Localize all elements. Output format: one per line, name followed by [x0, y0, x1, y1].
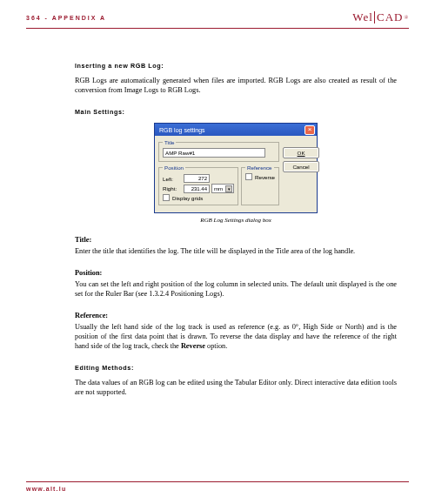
- chevron-down-icon: ▾: [225, 185, 232, 192]
- reverse-checkbox[interactable]: Reverse: [245, 173, 275, 180]
- position-group-label: Position: [163, 165, 185, 171]
- title-heading: Title:: [75, 236, 397, 244]
- position-paragraph: You can set the left and right position …: [75, 280, 397, 299]
- right-input[interactable]: [184, 185, 210, 193]
- checkbox-icon: [163, 194, 170, 201]
- reference-group-label: Reference: [245, 165, 274, 171]
- left-input[interactable]: [184, 174, 210, 183]
- title-input[interactable]: [163, 148, 265, 158]
- editing-methods-title: Editing Methods:: [75, 364, 397, 372]
- dialog-title: RGB log settings: [159, 127, 205, 133]
- brand-logo: Wel CAD ®: [352, 10, 409, 24]
- dialog-caption: RGB Log Settings dialog box: [200, 217, 271, 224]
- left-label: Left:: [163, 176, 182, 182]
- display-grids-checkbox[interactable]: Display grids: [163, 194, 234, 201]
- ok-button[interactable]: OK: [283, 147, 319, 158]
- cancel-button[interactable]: Cancel: [283, 161, 319, 172]
- position-heading: Position:: [75, 269, 397, 277]
- right-label: Right:: [163, 185, 182, 192]
- checkbox-icon: [245, 173, 252, 180]
- footer-rule: [26, 481, 409, 482]
- dialog-titlebar: RGB log settings ×: [155, 124, 317, 136]
- title-group: Title: [158, 139, 279, 162]
- close-icon[interactable]: ×: [304, 125, 315, 135]
- rgb-settings-dialog: RGB log settings × Title Position Left:: [154, 123, 318, 213]
- brand-right: CAD: [377, 10, 403, 24]
- brand-left: Wel: [352, 10, 373, 24]
- reverse-label: Reverse: [255, 174, 275, 180]
- ok-button-label: OK: [298, 150, 305, 156]
- reference-paragraph: Usually the left hand side of the log tr…: [75, 323, 397, 352]
- footer-url: www.alt.lu: [26, 486, 409, 492]
- page-number-header: 364 - APPENDIX A: [26, 15, 106, 21]
- reference-group: Reference Reverse: [241, 165, 279, 205]
- reference-bold: Reverse: [181, 342, 205, 350]
- unit-value: mm: [214, 186, 223, 192]
- display-grids-label: Display grids: [172, 195, 203, 201]
- editing-paragraph: The data values of an RGB log can be edi…: [75, 379, 397, 398]
- title-group-label: Title: [163, 139, 176, 145]
- insert-paragraph: RGB Logs are automatically generated whe…: [75, 77, 397, 96]
- section-main-settings-title: Main Settings:: [75, 108, 397, 116]
- reference-text-c: option.: [205, 342, 227, 350]
- title-paragraph: Enter the title that identifies the log.…: [75, 247, 397, 257]
- section-inserting-title: Inserting a new RGB Log:: [75, 62, 397, 70]
- brand-trademark: ®: [404, 15, 409, 20]
- brand-separator-icon: [374, 11, 375, 24]
- reference-text-a: Usually the left hand side of the log tr…: [75, 323, 397, 350]
- unit-select[interactable]: mm ▾: [211, 184, 234, 193]
- position-group: Position Left: Right: mm ▾: [158, 165, 238, 205]
- reference-heading: Reference:: [75, 312, 397, 319]
